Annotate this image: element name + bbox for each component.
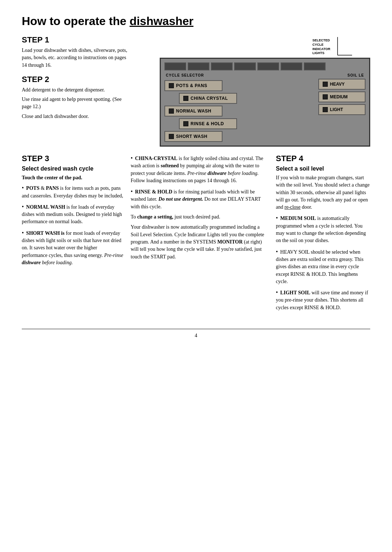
step3-bullet-2: NORMAL WASH is for loads of everyday dis…	[22, 203, 123, 226]
medium-indicator	[323, 94, 328, 99]
light-soil-btn[interactable]: LIGHT	[318, 104, 366, 115]
indicator-light-2	[188, 62, 209, 70]
step1-heading: STEP 1	[22, 35, 131, 45]
step3-bullet-1: POTS & PANS is for items such as pots, p…	[22, 184, 123, 200]
short-wash-indicator	[169, 134, 174, 139]
auto-program-text: Your dishwasher is now automatically pro…	[131, 224, 269, 260]
indicator-light-1	[164, 62, 186, 70]
step2-heading: STEP 2	[22, 75, 131, 84]
page-number: 4	[195, 333, 197, 338]
pots-pans-label: POTS & PANS	[176, 83, 207, 88]
light-label: LIGHT	[330, 107, 343, 112]
step3-bullet-3: SHORT WASH is for most loads of everyday…	[22, 229, 123, 266]
step3-heading: STEP 3	[22, 154, 123, 163]
step2-line3: Close and latch dishwasher door.	[22, 113, 131, 120]
heavy-indicator	[323, 82, 328, 87]
step4-bullet-1: MEDIUM SOIL is automatically programmed …	[276, 214, 370, 244]
cycle-buttons: POTS & PANS CHINA CRYSTAL	[164, 80, 315, 142]
indicator-lights-row	[164, 62, 366, 70]
step4-heading: STEP 4	[276, 154, 370, 163]
step3-mid-bullet-2: RINSE & HOLD is for rinsing partial load…	[131, 187, 269, 210]
china-crystal-indicator	[183, 96, 188, 101]
cycle-selector-label: CYCLE SELECTOR	[166, 73, 204, 77]
pots-pans-btn[interactable]: POTS & PANS	[164, 80, 222, 91]
short-wash-btn[interactable]: SHORT WASH	[164, 131, 222, 142]
indicator-light-7	[304, 62, 326, 70]
step2-line2: Use rinse aid agent to help prevent spot…	[22, 96, 131, 111]
light-indicator	[323, 107, 328, 112]
china-crystal-label: CHINA CRYSTAL	[191, 96, 228, 101]
step3-subheading: Select desired wash cycle	[22, 165, 123, 172]
step1-text: Load your dishwasher with dishes, silver…	[22, 47, 131, 69]
change-setting-text: To change a setting, just touch desired …	[131, 213, 269, 221]
step4-bullet-3: LIGHT SOIL will save time and money if y…	[276, 288, 370, 311]
panel-row-labels: CYCLE SELECTOR SOIL LE	[164, 73, 366, 77]
heavy-soil-btn[interactable]: HEAVY	[318, 79, 366, 90]
medium-soil-btn[interactable]: MEDIUM	[318, 91, 366, 102]
indicator-light-6	[281, 62, 302, 70]
normal-wash-btn[interactable]: NORMAL WASH	[164, 106, 222, 116]
dishwasher-panel: CYCLE SELECTOR SOIL LE POTS & PANS	[160, 58, 370, 147]
indicator-label: SELECTED CYCLE INDICATOR LIGHTS	[313, 38, 330, 56]
step4-subheading: Select a soil level	[276, 165, 370, 172]
pots-pans-indicator	[169, 83, 174, 88]
rinse-hold-btn[interactable]: RINSE & HOLD	[179, 118, 237, 129]
medium-label: MEDIUM	[330, 94, 348, 99]
china-crystal-btn[interactable]: CHINA CRYSTAL	[179, 93, 237, 104]
touch-label: Touch the center of the pad.	[22, 175, 82, 180]
indicator-light-3	[211, 62, 233, 70]
soil-level-label: SOIL LE	[347, 73, 364, 77]
heavy-label: HEAVY	[330, 82, 344, 87]
rinse-hold-label: RINSE & HOLD	[191, 121, 224, 126]
step3-mid-bullet-1: CHINA-CRYSTAL is for lightly soiled chin…	[131, 154, 269, 184]
indicator-light-5	[257, 62, 279, 70]
page-title: How to operate the dishwasher	[22, 15, 370, 28]
short-wash-label: SHORT WASH	[176, 134, 207, 139]
normal-wash-label: NORMAL WASH	[176, 109, 211, 114]
page-footer: 4	[22, 329, 370, 339]
step4-intro: If you wish to make program changes, sta…	[276, 174, 370, 211]
soil-buttons: HEAVY MEDIUM LIGHT	[318, 79, 366, 115]
indicator-arrow	[334, 35, 356, 57]
indicator-light-4	[234, 62, 256, 70]
normal-wash-indicator	[169, 109, 174, 114]
rinse-hold-indicator	[183, 121, 188, 126]
step2-line1: Add detergent to the detergent dispenser…	[22, 86, 131, 94]
step4-bullet-2: HEAVY SOIL should be selected when dishe…	[276, 248, 370, 285]
